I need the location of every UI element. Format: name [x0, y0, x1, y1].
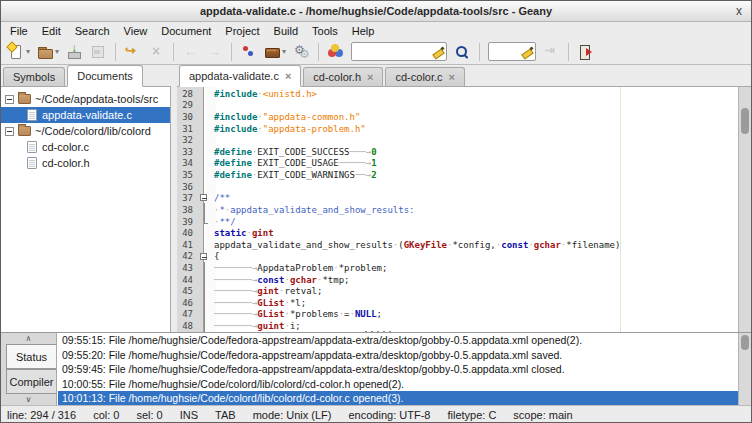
- scroll-up-icon[interactable]: ∧: [1, 333, 56, 344]
- line-number[interactable]: 28: [177, 89, 199, 99]
- code-line[interactable]: 38·*·appdata_validate_and_show_results:: [177, 204, 738, 216]
- menu-tools[interactable]: Tools: [305, 24, 345, 38]
- open-button[interactable]: ▾: [34, 41, 62, 63]
- menu-file[interactable]: File: [3, 24, 35, 38]
- fold-cell[interactable]: [199, 251, 211, 263]
- compile-button[interactable]: [237, 41, 260, 63]
- message-tab-status[interactable]: Status: [6, 344, 56, 369]
- line-number[interactable]: 36: [177, 182, 199, 192]
- goto-line-input[interactable]: [489, 44, 520, 59]
- close-icon[interactable]: ×: [367, 71, 373, 83]
- editor-tab-cd-color-c[interactable]: cd-color.c×: [385, 67, 465, 86]
- pane-resize-grip[interactable]: [363, 330, 391, 333]
- code-line[interactable]: 48───────→guint·i;: [177, 320, 738, 332]
- line-number[interactable]: 42: [177, 251, 199, 261]
- code-line[interactable]: 42{: [177, 251, 738, 263]
- editor-area[interactable]: 28#include·<unistd.h>2930#include·"appda…: [177, 87, 751, 332]
- tree-item-appdata-validate-c[interactable]: appdata-validate.c: [1, 107, 170, 123]
- search-input[interactable]: [352, 44, 431, 59]
- message-row[interactable]: 10:00:55: File /home/hughsie/Code/colord…: [58, 377, 738, 392]
- search-entry[interactable]: [351, 42, 447, 61]
- tree-item-code-appdata-tools-src[interactable]: ~/Code/appdata-tools/src: [1, 91, 170, 107]
- message-row[interactable]: 09:55:15: File /home/hughsie/Code/fedora…: [58, 333, 738, 348]
- code-line[interactable]: 32: [177, 134, 738, 146]
- menu-help[interactable]: Help: [345, 24, 382, 38]
- messages-vertical-scrollbar[interactable]: [738, 333, 751, 405]
- editor-tab-appdata-validate-c[interactable]: appdata-validate.c×: [179, 65, 301, 87]
- line-number[interactable]: 40: [177, 228, 199, 238]
- code-line[interactable]: 28#include·<unistd.h>: [177, 88, 738, 100]
- fold-cell[interactable]: [199, 320, 211, 332]
- message-row[interactable]: 10:01:13: File /home/hughsie/Code/colord…: [58, 391, 738, 405]
- chevron-down-icon[interactable]: ▾: [282, 47, 286, 56]
- editor-tab-cd-color-h[interactable]: cd-color.h×: [303, 67, 383, 86]
- code-line[interactable]: 41appdata_validate_and_show_results·(GKe…: [177, 239, 738, 251]
- fold-cell[interactable]: [199, 285, 211, 297]
- code-line[interactable]: 33#define·EXIT_CODE_SUCCESS───→0: [177, 146, 738, 158]
- message-row[interactable]: 09:55:20: File /home/hughsie/Code/fedora…: [58, 348, 738, 363]
- revert-button[interactable]: [121, 41, 144, 63]
- line-number[interactable]: 45: [177, 286, 199, 296]
- menu-edit[interactable]: Edit: [35, 24, 68, 38]
- line-number[interactable]: 31: [177, 124, 199, 134]
- code-lines[interactable]: 28#include·<unistd.h>2930#include·"appda…: [177, 88, 738, 332]
- code-line[interactable]: 37/**: [177, 192, 738, 204]
- fold-cell[interactable]: [199, 216, 211, 228]
- line-number[interactable]: 39: [177, 217, 199, 227]
- code-line[interactable]: 35#define·EXIT_CODE_WARNINGS──→2: [177, 169, 738, 181]
- close-icon[interactable]: ×: [285, 70, 291, 82]
- tree-item-cd-color-c[interactable]: cd-color.c: [1, 139, 170, 155]
- code-line[interactable]: 31#include·"appdata-problem.h": [177, 123, 738, 135]
- status-message-list[interactable]: 09:55:15: File /home/hughsie/Code/fedora…: [58, 333, 738, 405]
- code-line[interactable]: 36: [177, 181, 738, 193]
- fold-cell[interactable]: [199, 192, 211, 204]
- line-number[interactable]: 37: [177, 193, 199, 203]
- quit-button[interactable]: [574, 41, 597, 63]
- save-button[interactable]: [63, 41, 86, 63]
- fold-cell[interactable]: [199, 297, 211, 309]
- fold-cell[interactable]: [199, 274, 211, 286]
- line-number[interactable]: 47: [177, 309, 199, 319]
- close-icon[interactable]: ×: [449, 71, 455, 83]
- code-line[interactable]: 47───────→GList·*problems·=·NULL;: [177, 309, 738, 321]
- fold-collapse-icon[interactable]: [200, 194, 207, 201]
- line-number[interactable]: 38: [177, 205, 199, 215]
- code-line[interactable]: 34#define·EXIT_CODE_USAGE─────→1: [177, 158, 738, 170]
- code-line[interactable]: 30#include·"appdata-common.h": [177, 111, 738, 123]
- menu-document[interactable]: Document: [154, 24, 218, 38]
- line-number[interactable]: 34: [177, 158, 199, 168]
- line-number[interactable]: 46: [177, 298, 199, 308]
- line-number[interactable]: 35: [177, 170, 199, 180]
- sidebar-tab-documents[interactable]: Documents: [67, 65, 143, 87]
- line-number[interactable]: 43: [177, 263, 199, 273]
- tree-item-cd-color-h[interactable]: cd-color.h: [1, 155, 170, 171]
- menu-view[interactable]: View: [117, 24, 155, 38]
- clear-icon[interactable]: [431, 44, 446, 59]
- search-button[interactable]: [451, 41, 474, 63]
- fold-cell[interactable]: [199, 262, 211, 274]
- code-line[interactable]: 39·**/: [177, 216, 738, 228]
- line-number[interactable]: 44: [177, 275, 199, 285]
- chevron-down-icon[interactable]: ▾: [55, 47, 59, 56]
- color-chooser-button[interactable]: [324, 41, 347, 63]
- menu-build[interactable]: Build: [267, 24, 305, 38]
- menu-project[interactable]: Project: [218, 24, 266, 38]
- scrollbar-thumb[interactable]: [741, 108, 749, 134]
- build-button[interactable]: ▾: [261, 41, 289, 63]
- scrollbar-thumb[interactable]: [741, 335, 749, 350]
- code-line[interactable]: 46───────→GList·*l;: [177, 297, 738, 309]
- execute-button[interactable]: [290, 41, 313, 63]
- tree-item-code-colord-lib-colord[interactable]: ~/Code/colord/lib/colord: [1, 123, 170, 139]
- expander-minus-icon[interactable]: [5, 127, 14, 136]
- scroll-down-icon[interactable]: ∨: [1, 394, 56, 405]
- line-number[interactable]: 30: [177, 112, 199, 122]
- sidebar-tab-symbols[interactable]: Symbols: [3, 67, 65, 86]
- chevron-down-icon[interactable]: ▾: [26, 47, 30, 56]
- line-number[interactable]: 48: [177, 321, 199, 331]
- line-number[interactable]: 29: [177, 100, 199, 110]
- message-row[interactable]: 09:59:45: File /home/hughsie/Code/fedora…: [58, 362, 738, 377]
- editor-vertical-scrollbar[interactable]: [738, 87, 751, 332]
- title-bar[interactable]: appdata-validate.c - /home/hughsie/Code/…: [1, 1, 751, 22]
- code-line[interactable]: 40static·gint: [177, 227, 738, 239]
- code-line[interactable]: 44───────→const·gchar·*tmp;: [177, 274, 738, 286]
